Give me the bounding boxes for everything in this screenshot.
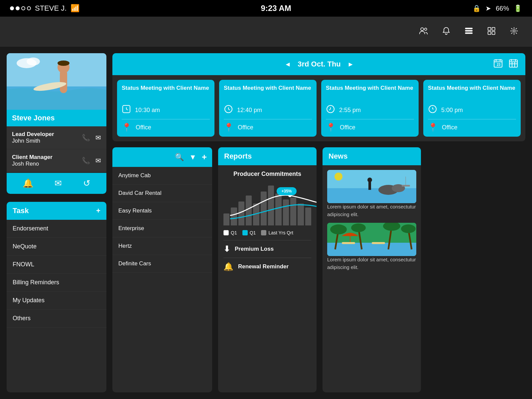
svg-text:+35%: +35%: [281, 189, 292, 194]
svg-line-35: [228, 109, 230, 110]
svg-text:23: 23: [497, 63, 501, 66]
people-icon[interactable]: [419, 26, 428, 37]
reports-content: Producer Commitments: [218, 165, 317, 281]
sidebar: Steve Jones Lead DeveloperJohn Smith 📞 ✉…: [7, 53, 106, 392]
pin-icon-4: 📍: [428, 123, 438, 132]
reports-panel: Reports Producer Commitments: [218, 147, 317, 392]
svg-rect-3: [466, 30, 472, 31]
gear-icon[interactable]: [509, 26, 519, 37]
bell-action-icon[interactable]: 🔔: [23, 178, 33, 189]
news-content: Lorem ipsum dolor sit amet, consectutur …: [323, 165, 421, 276]
car-item-enterprise[interactable]: Enterprise: [112, 220, 212, 237]
report-action-premium-loss[interactable]: ⬇ Premium Loss: [223, 240, 311, 258]
status-bar-left: STEVE J. 📶: [10, 4, 79, 13]
profile-photo: [7, 53, 106, 110]
calendar-icons: 23: [493, 58, 519, 70]
task-item-billing[interactable]: Billing Reminders: [7, 274, 106, 292]
legend-q1-cyan: Q1: [242, 230, 256, 235]
svg-rect-66: [372, 242, 385, 244]
task-item-fnowl[interactable]: FNOWL: [7, 256, 106, 274]
clock-icon-2: [224, 104, 233, 116]
meeting-card-2[interactable]: Status Meeting with Client Name 12:40 pm: [219, 80, 317, 137]
report-action-renewal[interactable]: 🔔 Renewal Reminder: [223, 258, 311, 275]
contact-2-label: Client ManagerJosh Reno: [12, 154, 53, 167]
svg-rect-12: [60, 70, 67, 93]
add-car-button[interactable]: +: [202, 152, 207, 162]
list-icon[interactable]: [464, 26, 473, 37]
next-date-button[interactable]: ►: [347, 61, 354, 68]
chart-area: +35%: [223, 182, 311, 225]
legend-last-yrs: Last Yrs Qrt: [261, 230, 293, 235]
task-item-myupdates[interactable]: My Updates: [7, 292, 106, 310]
mail-icon-1[interactable]: ✉: [95, 134, 101, 142]
car-item-definite[interactable]: Definite Cars: [112, 255, 212, 273]
task-item-nequote[interactable]: NeQuote: [7, 238, 106, 256]
contact-2-icons[interactable]: 📞 ✉: [82, 157, 101, 165]
prev-date-button[interactable]: ◄: [284, 61, 291, 68]
week-view-icon[interactable]: [508, 58, 519, 70]
meeting-4-time: 5:00 pm: [428, 104, 516, 116]
filter-icon[interactable]: ▼: [189, 153, 197, 162]
pin-icon-1: 📍: [122, 123, 132, 132]
car-header: 🔍 ▼ +: [112, 147, 212, 167]
meeting-3-title: Status Meeting with Client Name: [326, 84, 414, 101]
pin-icon-3: 📍: [326, 123, 336, 132]
meetings-grid: Status Meeting with Client Name 10:30 am: [112, 75, 525, 141]
action-bar: 🔔 ✉ ↺: [7, 173, 106, 194]
svg-line-38: [329, 109, 331, 110]
phone-icon-1[interactable]: 📞: [82, 134, 90, 142]
content-area: ◄ 3rd Oct. Thu ► 23: [112, 53, 525, 392]
clock-icon-1: [122, 104, 131, 116]
pin-icon-2: 📍: [224, 123, 234, 132]
task-item-others[interactable]: Others: [7, 310, 106, 328]
task-panel: Task + Endorsement NeQuote FNOWL Billing…: [7, 202, 106, 392]
date-nav: ◄ 3rd Oct. Thu ►: [284, 60, 354, 68]
clock-icon-3: [326, 104, 335, 116]
task-item-endorsement[interactable]: Endorsement: [7, 220, 106, 238]
svg-point-17: [27, 58, 40, 66]
mail-icon-2[interactable]: ✉: [95, 157, 101, 165]
grid-icon[interactable]: [487, 26, 496, 37]
car-item-david[interactable]: David Car Rental: [112, 185, 212, 202]
profile-name: Steve Jones: [7, 110, 106, 126]
mail-action-icon[interactable]: ✉: [55, 178, 62, 189]
calendar-header: ◄ 3rd Oct. Thu ► 23: [112, 53, 525, 75]
day-view-icon[interactable]: 23: [493, 58, 503, 70]
meeting-4-location: 📍 Office: [428, 123, 516, 132]
dot-1: [10, 6, 14, 10]
news-item-2[interactable]: Lorem ipsum dolor sit amet, consectutur …: [327, 223, 416, 271]
location-icon: ➤: [485, 4, 491, 12]
news-item-1[interactable]: Lorem ipsum dolor sit amet, consectutur …: [327, 170, 416, 218]
lock-icon: 🔒: [472, 4, 481, 12]
svg-rect-65: [342, 242, 355, 244]
car-item-anytime[interactable]: Anytime Cab: [112, 167, 212, 185]
task-add-button[interactable]: +: [96, 206, 100, 215]
calendar-date: 3rd Oct. Thu: [298, 60, 341, 68]
refresh-action-icon[interactable]: ↺: [83, 178, 90, 189]
svg-rect-7: [488, 31, 491, 34]
search-icon[interactable]: 🔍: [175, 153, 184, 162]
dot-3: [21, 6, 25, 10]
meeting-card-1[interactable]: Status Meeting with Client Name 10:30 am: [117, 80, 214, 137]
car-item-hertz[interactable]: Hertz: [112, 237, 212, 255]
meeting-2-time: 12:40 pm: [224, 104, 312, 116]
wifi-icon: 📶: [70, 4, 79, 13]
svg-point-58: [330, 224, 347, 234]
meeting-3-time: 2:55 pm: [326, 104, 414, 116]
meeting-card-3[interactable]: Status Meeting with Client Name 2:55 pm: [321, 80, 419, 137]
battery-icon: 🔋: [514, 4, 522, 12]
chart-legend: Q1 Q1 Last Yrs Qrt: [223, 230, 311, 235]
reports-header: Reports: [218, 147, 317, 165]
signal-dots: [10, 6, 31, 10]
svg-point-60: [351, 223, 366, 232]
phone-icon-2[interactable]: 📞: [82, 157, 90, 165]
contact-1-icons[interactable]: 📞 ✉: [82, 134, 101, 142]
svg-rect-4: [466, 33, 472, 34]
icon-bar: [0, 17, 532, 47]
news-panel: News: [323, 147, 421, 392]
contact-row-2: Client ManagerJosh Reno 📞 ✉: [7, 149, 106, 172]
svg-point-1: [425, 28, 427, 30]
bell-icon[interactable]: [442, 26, 451, 37]
meeting-card-4[interactable]: Status Meeting with Client Name 5:00 pm: [423, 80, 521, 137]
car-item-easy[interactable]: Easy Rentals: [112, 202, 212, 220]
